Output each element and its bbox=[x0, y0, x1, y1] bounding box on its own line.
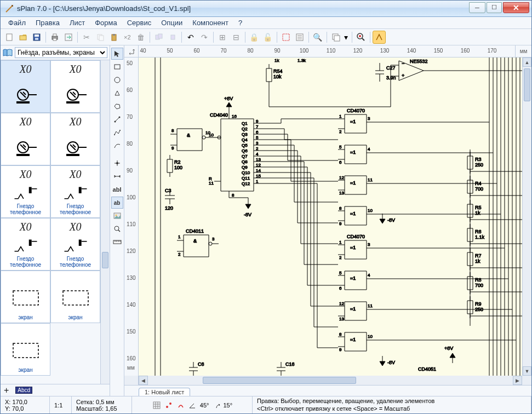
menu-options[interactable]: Опции bbox=[157, 18, 187, 28]
paste2-icon[interactable] bbox=[166, 31, 179, 44]
shape-tool-icon[interactable] bbox=[111, 87, 123, 99]
print-icon[interactable] bbox=[48, 31, 61, 44]
save-icon[interactable] bbox=[30, 31, 43, 44]
svg-text:=1: =1 bbox=[350, 180, 356, 186]
library-grid[interactable]: X0X0X0X0X0Гнездо телефонноеX0Гнездо теле… bbox=[1, 60, 100, 384]
image-tool-icon[interactable] bbox=[111, 210, 123, 222]
svg-text:11: 11 bbox=[209, 181, 214, 186]
minimize-button[interactable]: ─ bbox=[469, 2, 485, 13]
menu-service[interactable]: Сервис bbox=[123, 18, 156, 28]
abcd-label[interactable]: Abcd bbox=[15, 387, 32, 394]
library-scroll-thumb[interactable] bbox=[102, 252, 108, 268]
open-icon[interactable] bbox=[16, 31, 30, 44]
hscroll-thumb[interactable] bbox=[203, 377, 356, 384]
library-item[interactable]: экран bbox=[1, 323, 50, 376]
circle-tool-icon[interactable] bbox=[111, 74, 123, 86]
snap-toggle-icon[interactable] bbox=[164, 400, 174, 410]
list-icon[interactable] bbox=[293, 31, 306, 44]
cut-icon[interactable]: ✂ bbox=[80, 31, 93, 44]
svg-rect-34 bbox=[16, 154, 30, 156]
menu-form[interactable]: Форма bbox=[90, 18, 122, 28]
group-icon[interactable]: ⊞ bbox=[216, 31, 229, 44]
ungroup-icon[interactable]: ⊟ bbox=[230, 31, 243, 44]
hscroll-right-icon[interactable]: ▶ bbox=[513, 376, 522, 385]
menu-sheet[interactable]: Лист bbox=[65, 18, 89, 28]
ruler-horizontal[interactable]: 405060708090100110120130140150160170 мм bbox=[124, 45, 531, 58]
library-item[interactable]: экран bbox=[50, 271, 100, 323]
canvas-vscroll[interactable]: ▲ ▼ bbox=[522, 58, 531, 376]
svg-text:8: 8 bbox=[232, 193, 234, 198]
duplicate-button[interactable]: ×2 bbox=[121, 31, 134, 44]
tool-strip: abI ab bbox=[110, 45, 124, 396]
export-icon[interactable] bbox=[62, 31, 75, 44]
svg-rect-1 bbox=[20, 36, 26, 40]
find-icon[interactable]: 🔍 bbox=[311, 31, 324, 44]
angle15-icon[interactable] bbox=[211, 400, 221, 410]
text-tool-icon[interactable]: abI bbox=[111, 183, 123, 196]
ruler-corner[interactable] bbox=[124, 45, 139, 57]
curve-tool-icon[interactable] bbox=[111, 140, 123, 152]
canvas-hscroll[interactable]: ◀ ▶ bbox=[139, 376, 522, 385]
delete-icon[interactable]: 🗑 bbox=[134, 31, 147, 44]
undo-icon[interactable]: ↶ bbox=[184, 31, 197, 44]
library-item[interactable]: X0Гнездо телефонное bbox=[1, 165, 50, 218]
canvas[interactable]: R5410k C273.9n 1k 1.3k −+ NE5532 bbox=[139, 58, 522, 376]
snap-lock-icon[interactable] bbox=[176, 400, 186, 410]
sheet-tab-1[interactable]: 1: Новый лист bbox=[139, 388, 190, 396]
add-component-icon[interactable]: + bbox=[4, 386, 9, 395]
grid-toggle-icon[interactable] bbox=[152, 400, 162, 410]
paste-icon[interactable] bbox=[107, 31, 121, 44]
lock-icon[interactable]: 🔒 bbox=[248, 31, 261, 44]
line-tool-icon[interactable] bbox=[111, 113, 123, 125]
library-select[interactable]: Гнёзда, разъёмы, экраны bbox=[15, 47, 107, 58]
menu-component[interactable]: Компонент bbox=[188, 18, 233, 28]
library-item[interactable]: экран bbox=[1, 271, 50, 323]
maximize-button[interactable]: ☐ bbox=[487, 2, 502, 13]
dimension-tool-icon[interactable] bbox=[111, 170, 123, 182]
menu-help[interactable]: ? bbox=[234, 18, 247, 28]
rect-tool-icon[interactable] bbox=[111, 61, 123, 73]
svg-text:Q1: Q1 bbox=[242, 121, 248, 126]
layers-icon[interactable] bbox=[329, 31, 342, 44]
library-item[interactable]: X0 bbox=[1, 113, 50, 165]
redo-icon[interactable]: ↷ bbox=[198, 31, 211, 44]
new-icon[interactable] bbox=[3, 31, 16, 44]
pointer-tool-icon[interactable] bbox=[111, 48, 123, 60]
library-item[interactable]: X0Гнездо телефонное bbox=[1, 218, 50, 271]
ruler-vertical[interactable]: мм 5060708090100110120130140150160 bbox=[124, 58, 139, 376]
vscroll-down-icon[interactable]: ▼ bbox=[523, 366, 531, 376]
copy-icon[interactable] bbox=[94, 31, 107, 44]
library-item[interactable]: X0 bbox=[1, 60, 50, 113]
close-button[interactable]: ✕ bbox=[503, 2, 529, 13]
textbox-tool-icon[interactable]: ab bbox=[111, 197, 123, 209]
hscroll-left-icon[interactable]: ◀ bbox=[139, 376, 148, 385]
library-item[interactable]: X0 bbox=[50, 60, 100, 113]
zoom-tool-icon[interactable] bbox=[111, 223, 123, 235]
polyline-tool-icon[interactable] bbox=[111, 127, 123, 139]
ruler-tool-icon[interactable] bbox=[111, 236, 123, 248]
angle45-icon[interactable] bbox=[188, 400, 198, 410]
polygon-tool-icon[interactable] bbox=[111, 100, 123, 112]
library-scrollbar[interactable] bbox=[100, 60, 110, 384]
menu-edit[interactable]: Правка bbox=[31, 18, 64, 28]
svg-point-25 bbox=[359, 35, 361, 37]
library-item[interactable]: X0Гнездо телефонное bbox=[50, 165, 100, 218]
highlight-icon[interactable] bbox=[373, 31, 386, 44]
unlock-icon[interactable]: 🔓 bbox=[261, 31, 274, 44]
vscroll-thumb[interactable] bbox=[524, 68, 530, 101]
copy2-icon[interactable] bbox=[152, 31, 165, 44]
svg-text:R7: R7 bbox=[475, 253, 482, 258]
library-item[interactable]: X0Гнездо телефонное bbox=[50, 218, 100, 271]
svg-rect-153 bbox=[167, 159, 173, 173]
svg-text:11: 11 bbox=[368, 303, 373, 308]
library-book-icon[interactable] bbox=[3, 48, 13, 57]
select-rect-icon[interactable] bbox=[279, 31, 293, 44]
titlebar[interactable]: sPlan 7.0 - [C:\Users\Jenya\Downloads\St… bbox=[1, 1, 531, 17]
svg-text:8: 8 bbox=[171, 128, 174, 133]
vscroll-up-icon[interactable]: ▲ bbox=[523, 58, 531, 67]
layers-dropdown-icon[interactable]: ▾ bbox=[343, 31, 350, 44]
node-tool-icon[interactable] bbox=[111, 157, 123, 169]
library-item[interactable]: X0 bbox=[50, 113, 100, 165]
zoom-icon[interactable] bbox=[354, 31, 368, 44]
menu-file[interactable]: Файл bbox=[4, 18, 30, 28]
